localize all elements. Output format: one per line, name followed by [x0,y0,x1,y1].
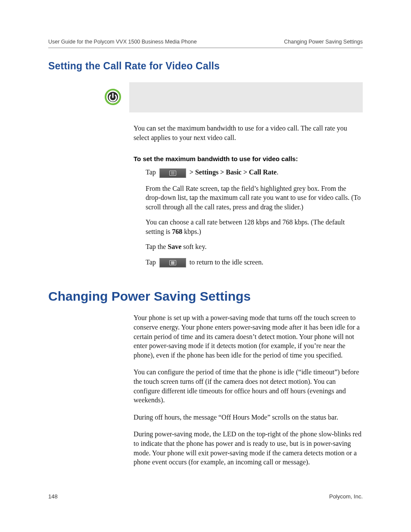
step5-text-a: Tap [146,258,158,266]
chapter-p1: Your phone is set up with a power-saving… [134,313,363,360]
menu-button-icon [159,168,186,178]
callout-box [129,82,363,112]
page: User Guide for the Polycom VVX 1500 Busi… [0,0,411,532]
header-left: User Guide for the Polycom VVX 1500 Busi… [48,39,197,45]
step3-text-b: kbps.) [182,228,201,235]
step-4: Tap the Save soft key. [146,242,363,252]
content-block-1: You can set the maximum bandwidth to use… [134,124,363,268]
step1-text-c: . [277,168,278,176]
step4-bold: Save [168,243,181,250]
step1-path: > Settings > Basic > Call Rate [190,168,277,176]
header-rule [48,47,363,48]
step5-text-b: to return to the idle screen. [188,258,264,266]
chapter-p3: During off hours, the message “Off Hours… [134,413,363,422]
page-header: User Guide for the Polycom VVX 1500 Busi… [48,39,363,47]
instruction-heading: To set the maximum bandwidth to use for … [134,155,363,162]
step-3: You can choose a call rate between 128 k… [146,218,363,236]
step-1: Tap > Settings > Basic > Call Rate. [146,168,363,177]
chapter-p2: You can configure the period of time tha… [134,367,363,404]
chapter-heading: Changing Power Saving Settings [48,289,363,304]
page-footer: 148 Polycom, Inc. [48,493,363,500]
company-name: Polycom, Inc. [329,493,363,500]
intro-paragraph: You can set the maximum bandwidth to use… [134,124,363,142]
content-block-2: Your phone is set up with a power-saving… [134,313,363,467]
step4-text-b: soft key. [181,243,206,250]
callout [104,82,363,112]
step-2: From the Call Rate screen, tap the field… [146,184,363,212]
step-5: Tap to return to the idle screen. [146,258,363,268]
step3-bold: 768 [172,228,182,235]
section-heading: Setting the Call Rate for Video Calls [48,60,363,72]
chapter-p4: During power-saving mode, the LED on the… [134,429,363,467]
power-tip-icon [104,88,121,106]
menu-button-icon [159,258,186,268]
step4-text-a: Tap the [146,243,168,250]
header-right: Changing Power Saving Settings [284,39,363,45]
page-number: 148 [48,493,58,500]
step1-text-a: Tap [146,168,158,176]
